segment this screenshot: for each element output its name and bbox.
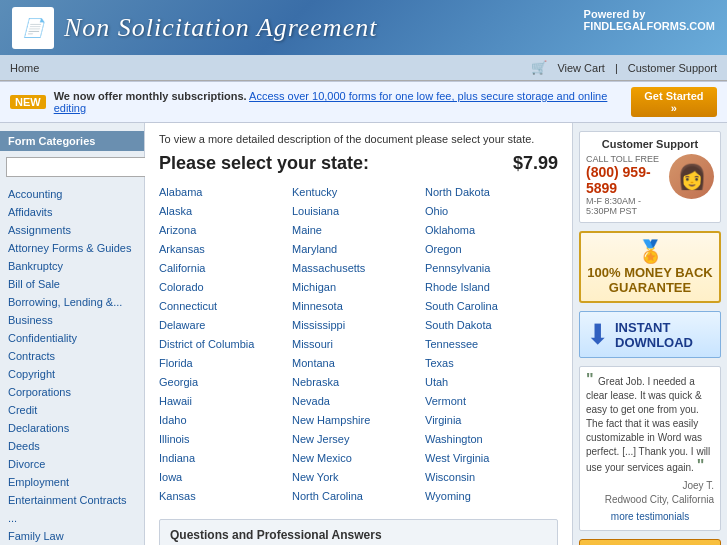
- sidebar-link-item[interactable]: Divorce: [8, 455, 136, 473]
- state-link[interactable]: North Dakota: [425, 184, 558, 201]
- get-started-button[interactable]: Get Started »: [631, 87, 717, 117]
- sidebar-link-item[interactable]: Affidavits: [8, 203, 136, 221]
- state-link[interactable]: Iowa: [159, 469, 292, 486]
- support-info: CALL TOLL FREE (800) 959-5899 M-F 8:30AM…: [586, 154, 665, 216]
- state-link[interactable]: South Dakota: [425, 317, 558, 334]
- state-link[interactable]: Arkansas: [159, 241, 292, 258]
- state-link[interactable]: Georgia: [159, 374, 292, 391]
- state-link[interactable]: Utah: [425, 374, 558, 391]
- state-link[interactable]: Michigan: [292, 279, 425, 296]
- nav-right: 🛒 View Cart | Customer Support: [531, 60, 717, 75]
- state-link[interactable]: Kentucky: [292, 184, 425, 201]
- more-testimonials-link[interactable]: more testimonials: [586, 510, 714, 524]
- state-link[interactable]: California: [159, 260, 292, 277]
- state-link[interactable]: West Virginia: [425, 450, 558, 467]
- state-link[interactable]: Oregon: [425, 241, 558, 258]
- state-link[interactable]: Pennsylvania: [425, 260, 558, 277]
- customer-support-link[interactable]: Customer Support: [628, 62, 717, 74]
- sidebar-link-item[interactable]: Bankruptcy: [8, 257, 136, 275]
- state-link[interactable]: Nebraska: [292, 374, 425, 391]
- state-link[interactable]: Mississippi: [292, 317, 425, 334]
- state-link[interactable]: North Carolina: [292, 488, 425, 505]
- sidebar-link-item[interactable]: Credit: [8, 401, 136, 419]
- sidebar-link-item[interactable]: Attorney Forms & Guides: [8, 239, 136, 257]
- search-input[interactable]: [6, 157, 154, 177]
- sidebar-link-item[interactable]: Entertainment Contracts ...: [8, 491, 136, 527]
- sidebar-links: AccountingAffidavitsAssignmentsAttorney …: [0, 185, 144, 545]
- home-link[interactable]: Home: [10, 62, 39, 74]
- state-link[interactable]: Missouri: [292, 336, 425, 353]
- sidebar-link-item[interactable]: Business: [8, 311, 136, 329]
- state-link[interactable]: Alabama: [159, 184, 292, 201]
- state-link[interactable]: Florida: [159, 355, 292, 372]
- state-link[interactable]: Ohio: [425, 203, 558, 220]
- cart-icon: 🛒: [531, 60, 547, 75]
- state-link[interactable]: Nevada: [292, 393, 425, 410]
- open-quote: ": [586, 371, 598, 388]
- sidebar-link-item[interactable]: Deeds: [8, 437, 136, 455]
- state-link[interactable]: Virginia: [425, 412, 558, 429]
- sidebar-link-item[interactable]: Bill of Sale: [8, 275, 136, 293]
- state-link[interactable]: Tennessee: [425, 336, 558, 353]
- sidebar-title: Form Categories: [0, 131, 144, 151]
- state-link[interactable]: New York: [292, 469, 425, 486]
- qa-title: Questions and Professional Answers: [170, 528, 547, 542]
- state-link[interactable]: Delaware: [159, 317, 292, 334]
- access-box: Access Over 10,000 Forms Secure web stor…: [579, 539, 721, 545]
- state-link[interactable]: Texas: [425, 355, 558, 372]
- sidebar-link-item[interactable]: Assignments: [8, 221, 136, 239]
- state-link[interactable]: Wyoming: [425, 488, 558, 505]
- state-link[interactable]: Massachusetts: [292, 260, 425, 277]
- state-link[interactable]: Idaho: [159, 412, 292, 429]
- sidebar-link-item[interactable]: Corporations: [8, 383, 136, 401]
- qa-section: Questions and Professional Answers Non-s…: [159, 519, 558, 545]
- content-intro: To view a more detailed description of t…: [159, 133, 558, 145]
- left-sidebar: Form Categories Go AccountingAffidavitsA…: [0, 123, 145, 545]
- state-link[interactable]: Alaska: [159, 203, 292, 220]
- sidebar-link-item[interactable]: Copyright: [8, 365, 136, 383]
- state-link[interactable]: Montana: [292, 355, 425, 372]
- state-link[interactable]: Connecticut: [159, 298, 292, 315]
- sidebar-link-item[interactable]: Borrowing, Lending &...: [8, 293, 136, 311]
- money-back-box: 🏅 100% MONEY BACK GUARANTEE: [579, 231, 721, 303]
- sidebar-link-item[interactable]: Contracts: [8, 347, 136, 365]
- state-link[interactable]: Oklahoma: [425, 222, 558, 239]
- state-link[interactable]: Wisconsin: [425, 469, 558, 486]
- state-link[interactable]: Hawaii: [159, 393, 292, 410]
- powered-by-text: Powered by: [584, 8, 646, 20]
- state-link[interactable]: Arizona: [159, 222, 292, 239]
- right-sidebar: Customer Support CALL TOLL FREE (800) 95…: [572, 123, 727, 545]
- state-link[interactable]: Maryland: [292, 241, 425, 258]
- sidebar-link-item[interactable]: Declarations: [8, 419, 136, 437]
- sidebar-link-item[interactable]: Accounting: [8, 185, 136, 203]
- state-link[interactable]: Minnesota: [292, 298, 425, 315]
- state-link[interactable]: Indiana: [159, 450, 292, 467]
- phone-number: (800) 959-5899: [586, 164, 665, 196]
- sidebar-link-item[interactable]: Employment: [8, 473, 136, 491]
- logo-icon: 📄: [12, 7, 54, 49]
- nav-left: Home: [10, 61, 39, 75]
- state-link[interactable]: Vermont: [425, 393, 558, 410]
- state-link[interactable]: New Mexico: [292, 450, 425, 467]
- author-name: Joey T.: [586, 479, 714, 493]
- support-title: Customer Support: [586, 138, 714, 150]
- state-link[interactable]: New Jersey: [292, 431, 425, 448]
- support-avatar: 👩: [669, 154, 714, 199]
- state-link[interactable]: Washington: [425, 431, 558, 448]
- state-link[interactable]: Louisiana: [292, 203, 425, 220]
- please-select-label: Please select your state:: [159, 153, 369, 174]
- sidebar-link-item[interactable]: Family Law: [8, 527, 136, 545]
- nav-divider: |: [615, 62, 618, 74]
- sidebar-link-item[interactable]: Confidentiality: [8, 329, 136, 347]
- state-link[interactable]: Kansas: [159, 488, 292, 505]
- state-link[interactable]: New Hampshire: [292, 412, 425, 429]
- state-link[interactable]: Maine: [292, 222, 425, 239]
- findlegal-brand: Powered by FINDLEGALFORMS.COM: [584, 8, 715, 32]
- state-link[interactable]: Illinois: [159, 431, 292, 448]
- state-link[interactable]: South Carolina: [425, 298, 558, 315]
- view-cart-link[interactable]: View Cart: [557, 62, 604, 74]
- state-link[interactable]: Colorado: [159, 279, 292, 296]
- state-link[interactable]: District of Columbia: [159, 336, 292, 353]
- state-link[interactable]: Rhode Island: [425, 279, 558, 296]
- support-hours: M-F 8:30AM - 5:30PM PST: [586, 196, 665, 216]
